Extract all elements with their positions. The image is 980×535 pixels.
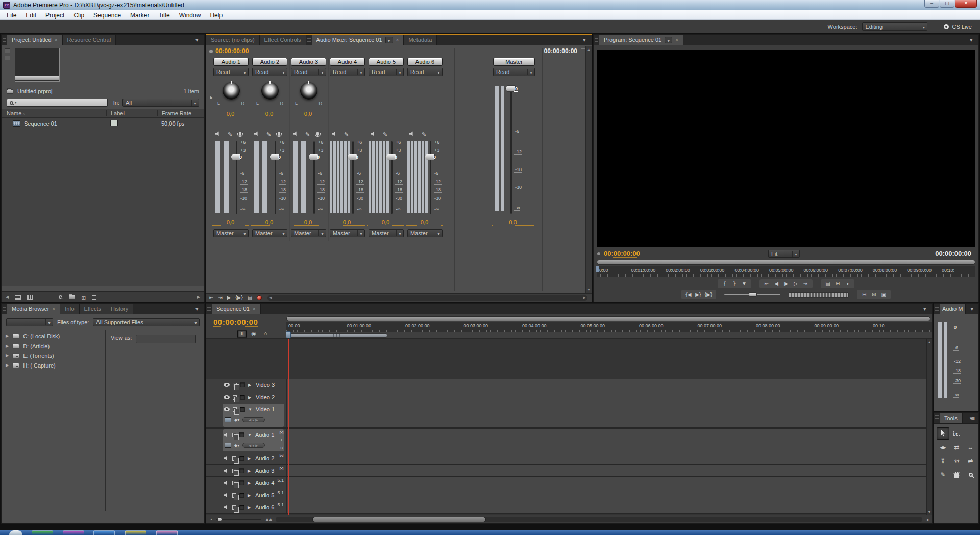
menu-item[interactable]: Project — [41, 12, 69, 19]
menu-item[interactable]: Marker — [126, 12, 154, 19]
jog-wheel[interactable] — [789, 292, 849, 298]
step-back-icon[interactable]: ◀ — [773, 280, 779, 287]
panel-grip-icon[interactable] — [3, 37, 6, 43]
expand-icon[interactable]: ▶ — [6, 363, 9, 368]
ripple-edit-tool[interactable]: ◀▶ — [937, 441, 949, 453]
pan-knob[interactable] — [300, 82, 317, 100]
new-item-icon[interactable] — [81, 293, 86, 302]
timeline-current-timecode[interactable]: 00:00:00:00 — [213, 318, 258, 327]
play-to-out-icon[interactable]: ▶} — [695, 291, 701, 298]
program-zoom-scrollbar[interactable] — [597, 260, 975, 265]
panel-menu-icon[interactable] — [578, 35, 592, 45]
new-bin-icon[interactable] — [68, 295, 75, 299]
set-display-style-icon[interactable] — [225, 417, 231, 422]
toggle-track-output-icon[interactable] — [224, 468, 229, 473]
drive-tree-item[interactable]: ▶ H: ( Capture) — [2, 360, 105, 370]
step-forward-icon[interactable]: ▷ — [793, 280, 799, 287]
title-bar[interactable]: Pr Adobe Premiere Pro - D:\!iXBT\jvc-gz-… — [0, 0, 980, 10]
video-track-header[interactable]: ▼ Video 1 ◆▾ ◀●▶ — [206, 403, 286, 427]
tab-info[interactable]: Info — [60, 304, 79, 314]
marker-icon[interactable]: ▼ — [741, 280, 747, 287]
slide-tool[interactable]: ⇌ — [964, 455, 977, 467]
chevron-down-icon[interactable] — [385, 37, 393, 43]
track-lane[interactable] — [286, 379, 926, 391]
automation-mode-select[interactable]: Read — [213, 68, 249, 76]
record-enable-icon[interactable] — [278, 132, 280, 136]
sync-lock-icon[interactable] — [232, 505, 236, 510]
sync-lock-icon[interactable] — [232, 433, 236, 437]
panel-menu-icon[interactable] — [966, 304, 978, 314]
show-keyframes-icon[interactable]: ◆▾ — [234, 443, 239, 448]
track-lock-toggle[interactable] — [239, 493, 244, 498]
toggle-track-output-icon[interactable] — [224, 480, 229, 485]
track-select-tool[interactable]: ▸ — [950, 427, 963, 440]
panel-grip-icon[interactable] — [595, 37, 598, 43]
sync-lock-icon[interactable] — [232, 481, 236, 485]
pan-value[interactable]: 0,0 — [212, 111, 249, 117]
goto-out-icon[interactable]: ⇥ — [802, 280, 808, 287]
timeline-viewing-area-bar[interactable] — [286, 316, 930, 321]
snap-toggle-icon[interactable]: ‖ — [238, 330, 246, 338]
panel-menu-icon[interactable] — [965, 413, 978, 423]
mark-out-icon[interactable]: } — [731, 280, 738, 287]
tab-tools[interactable]: Tools — [940, 413, 963, 423]
solo-track-icon[interactable] — [266, 129, 271, 138]
scroll-left-icon[interactable]: ◀ — [6, 295, 9, 299]
track-lane[interactable] — [286, 391, 926, 403]
panel-grip-icon[interactable] — [3, 306, 6, 312]
toggle-track-output-icon[interactable] — [224, 395, 230, 399]
mute-track-icon[interactable] — [215, 131, 221, 136]
menu-item[interactable]: Sequence — [89, 12, 126, 19]
sync-lock-icon[interactable] — [233, 407, 237, 412]
toggle-track-output-icon[interactable] — [224, 407, 230, 411]
slip-tool[interactable]: ↭ — [950, 455, 963, 467]
export-frame-icon[interactable]: ▤ — [825, 280, 831, 287]
track-lock-toggle[interactable] — [240, 407, 245, 412]
mixer-current-timecode[interactable]: 00:00:00:00 — [215, 47, 249, 55]
tab-resource-central[interactable]: Resource Central — [63, 35, 116, 45]
keyframe-nav[interactable]: ◀●▶ — [242, 417, 265, 422]
workspace-select[interactable]: Editing — [862, 22, 927, 31]
play-from-in-icon[interactable]: {◀ — [685, 291, 692, 298]
show-keyframes-icon[interactable]: ◆▾ — [234, 418, 239, 422]
timeline-vertical-scrollbar[interactable]: ▲▼ — [926, 339, 932, 515]
track-output-select[interactable]: Master — [407, 229, 443, 237]
collapse-icon[interactable]: ▶ — [248, 481, 252, 485]
track-name-button[interactable]: Audio 4 — [330, 58, 365, 66]
panel-grip-icon[interactable] — [935, 306, 939, 312]
track-lock-toggle[interactable] — [239, 456, 244, 461]
expand-icon[interactable]: ▶ — [6, 353, 9, 358]
track-name-button[interactable]: Audio 1 — [213, 58, 249, 66]
record-enable-icon[interactable] — [316, 132, 319, 136]
close-button[interactable]: ✕ — [955, 0, 977, 8]
mute-track-icon[interactable] — [371, 131, 376, 136]
record-icon[interactable] — [257, 295, 262, 300]
timeline-horizontal-scrollbar[interactable] — [276, 517, 923, 522]
tab-metadata[interactable]: Metadata — [404, 35, 437, 45]
panel-grip-icon[interactable] — [935, 415, 939, 421]
automation-mode-select[interactable]: Read — [252, 68, 287, 76]
toggle-track-output-icon[interactable] — [224, 456, 229, 461]
track-lane[interactable] — [286, 452, 926, 464]
close-tab-icon[interactable] — [675, 37, 678, 43]
toggle-track-output-icon[interactable] — [224, 493, 229, 498]
scroll-left-icon[interactable]: ◀ — [269, 296, 272, 300]
zoom-out-icon[interactable]: ▲ — [210, 518, 213, 521]
search-in-select[interactable]: All — [122, 99, 199, 107]
program-time-ruler[interactable]: 00:0000:01:00:0000:02:00:0000:03:00:0000… — [597, 266, 975, 277]
pen-tool[interactable]: ✎ — [937, 469, 949, 481]
windows-taskbar[interactable] — [0, 530, 980, 535]
track-lock-toggle[interactable] — [240, 382, 245, 387]
loop-icon[interactable]: ▤ — [248, 294, 252, 301]
track-name-button[interactable]: Audio 3 — [291, 58, 326, 66]
solo-track-icon[interactable] — [305, 129, 310, 138]
toggle-track-output-icon[interactable] — [224, 383, 230, 387]
expand-icon[interactable]: ▶ — [6, 344, 9, 348]
program-playhead[interactable] — [596, 266, 599, 272]
extract-icon[interactable]: ⊠ — [871, 291, 877, 298]
find-icon[interactable] — [59, 295, 62, 299]
play-in-to-out-icon[interactable]: {▶} — [235, 294, 242, 301]
work-area-bar[interactable] — [288, 333, 387, 338]
shuttle-handle[interactable] — [749, 292, 757, 297]
mixer-horizontal-scrollbar[interactable]: ◀ ▶ — [267, 295, 587, 301]
